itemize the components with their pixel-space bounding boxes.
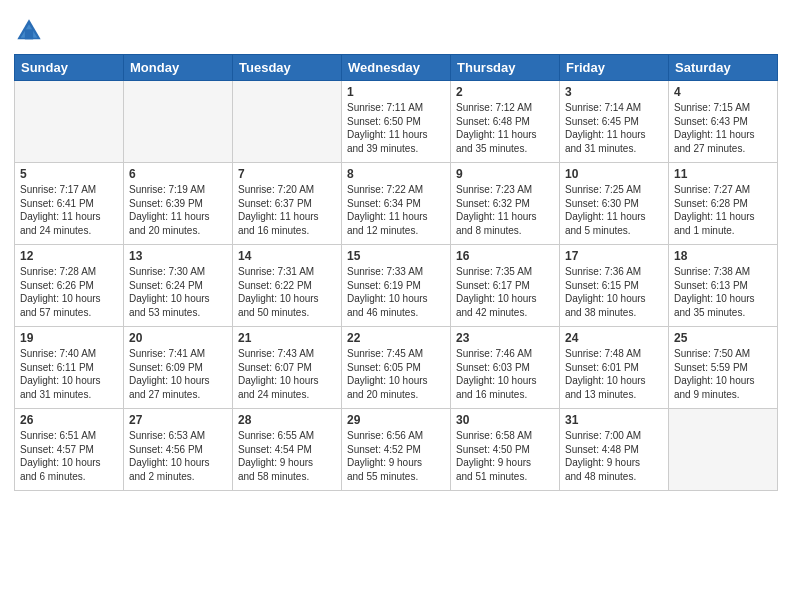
day-number: 12 [20,249,118,263]
weekday-header-sunday: Sunday [15,55,124,81]
calendar-cell: 13Sunrise: 7:30 AM Sunset: 6:24 PM Dayli… [124,245,233,327]
calendar-cell: 20Sunrise: 7:41 AM Sunset: 6:09 PM Dayli… [124,327,233,409]
calendar-cell [233,81,342,163]
calendar-cell: 22Sunrise: 7:45 AM Sunset: 6:05 PM Dayli… [342,327,451,409]
week-row-2: 5Sunrise: 7:17 AM Sunset: 6:41 PM Daylig… [15,163,778,245]
calendar-cell [124,81,233,163]
day-info: Sunrise: 7:46 AM Sunset: 6:03 PM Dayligh… [456,347,554,401]
calendar-cell: 3Sunrise: 7:14 AM Sunset: 6:45 PM Daylig… [560,81,669,163]
calendar-cell: 4Sunrise: 7:15 AM Sunset: 6:43 PM Daylig… [669,81,778,163]
weekday-header-row: SundayMondayTuesdayWednesdayThursdayFrid… [15,55,778,81]
day-info: Sunrise: 6:56 AM Sunset: 4:52 PM Dayligh… [347,429,445,483]
day-number: 23 [456,331,554,345]
week-row-4: 19Sunrise: 7:40 AM Sunset: 6:11 PM Dayli… [15,327,778,409]
day-number: 28 [238,413,336,427]
day-number: 27 [129,413,227,427]
day-number: 11 [674,167,772,181]
calendar-cell: 7Sunrise: 7:20 AM Sunset: 6:37 PM Daylig… [233,163,342,245]
calendar-cell: 19Sunrise: 7:40 AM Sunset: 6:11 PM Dayli… [15,327,124,409]
calendar-cell: 16Sunrise: 7:35 AM Sunset: 6:17 PM Dayli… [451,245,560,327]
day-number: 16 [456,249,554,263]
day-number: 26 [20,413,118,427]
day-number: 20 [129,331,227,345]
week-row-5: 26Sunrise: 6:51 AM Sunset: 4:57 PM Dayli… [15,409,778,491]
calendar-cell: 14Sunrise: 7:31 AM Sunset: 6:22 PM Dayli… [233,245,342,327]
weekday-header-saturday: Saturday [669,55,778,81]
logo-icon [14,16,44,46]
day-number: 13 [129,249,227,263]
day-number: 10 [565,167,663,181]
calendar-cell: 21Sunrise: 7:43 AM Sunset: 6:07 PM Dayli… [233,327,342,409]
day-number: 31 [565,413,663,427]
calendar-cell: 10Sunrise: 7:25 AM Sunset: 6:30 PM Dayli… [560,163,669,245]
day-info: Sunrise: 6:55 AM Sunset: 4:54 PM Dayligh… [238,429,336,483]
day-info: Sunrise: 7:35 AM Sunset: 6:17 PM Dayligh… [456,265,554,319]
day-info: Sunrise: 7:30 AM Sunset: 6:24 PM Dayligh… [129,265,227,319]
day-info: Sunrise: 7:36 AM Sunset: 6:15 PM Dayligh… [565,265,663,319]
calendar: SundayMondayTuesdayWednesdayThursdayFrid… [14,54,778,491]
day-number: 4 [674,85,772,99]
calendar-cell: 15Sunrise: 7:33 AM Sunset: 6:19 PM Dayli… [342,245,451,327]
calendar-cell: 28Sunrise: 6:55 AM Sunset: 4:54 PM Dayli… [233,409,342,491]
page: SundayMondayTuesdayWednesdayThursdayFrid… [0,0,792,612]
day-number: 30 [456,413,554,427]
calendar-cell: 6Sunrise: 7:19 AM Sunset: 6:39 PM Daylig… [124,163,233,245]
day-info: Sunrise: 7:12 AM Sunset: 6:48 PM Dayligh… [456,101,554,155]
calendar-cell: 23Sunrise: 7:46 AM Sunset: 6:03 PM Dayli… [451,327,560,409]
day-number: 8 [347,167,445,181]
calendar-cell: 25Sunrise: 7:50 AM Sunset: 5:59 PM Dayli… [669,327,778,409]
weekday-header-thursday: Thursday [451,55,560,81]
day-info: Sunrise: 7:31 AM Sunset: 6:22 PM Dayligh… [238,265,336,319]
calendar-cell: 11Sunrise: 7:27 AM Sunset: 6:28 PM Dayli… [669,163,778,245]
day-number: 19 [20,331,118,345]
day-number: 22 [347,331,445,345]
calendar-cell: 30Sunrise: 6:58 AM Sunset: 4:50 PM Dayli… [451,409,560,491]
day-number: 24 [565,331,663,345]
day-number: 14 [238,249,336,263]
day-info: Sunrise: 7:11 AM Sunset: 6:50 PM Dayligh… [347,101,445,155]
day-info: Sunrise: 7:28 AM Sunset: 6:26 PM Dayligh… [20,265,118,319]
day-info: Sunrise: 7:48 AM Sunset: 6:01 PM Dayligh… [565,347,663,401]
day-number: 15 [347,249,445,263]
day-info: Sunrise: 6:51 AM Sunset: 4:57 PM Dayligh… [20,429,118,483]
weekday-header-friday: Friday [560,55,669,81]
day-info: Sunrise: 7:19 AM Sunset: 6:39 PM Dayligh… [129,183,227,237]
day-info: Sunrise: 7:33 AM Sunset: 6:19 PM Dayligh… [347,265,445,319]
day-info: Sunrise: 7:17 AM Sunset: 6:41 PM Dayligh… [20,183,118,237]
day-info: Sunrise: 7:23 AM Sunset: 6:32 PM Dayligh… [456,183,554,237]
calendar-cell: 17Sunrise: 7:36 AM Sunset: 6:15 PM Dayli… [560,245,669,327]
day-info: Sunrise: 7:20 AM Sunset: 6:37 PM Dayligh… [238,183,336,237]
day-info: Sunrise: 7:45 AM Sunset: 6:05 PM Dayligh… [347,347,445,401]
day-info: Sunrise: 7:50 AM Sunset: 5:59 PM Dayligh… [674,347,772,401]
day-number: 1 [347,85,445,99]
day-number: 25 [674,331,772,345]
header [14,10,778,46]
weekday-header-monday: Monday [124,55,233,81]
day-info: Sunrise: 6:58 AM Sunset: 4:50 PM Dayligh… [456,429,554,483]
day-number: 7 [238,167,336,181]
calendar-cell: 27Sunrise: 6:53 AM Sunset: 4:56 PM Dayli… [124,409,233,491]
calendar-cell: 31Sunrise: 7:00 AM Sunset: 4:48 PM Dayli… [560,409,669,491]
calendar-cell: 1Sunrise: 7:11 AM Sunset: 6:50 PM Daylig… [342,81,451,163]
day-number: 17 [565,249,663,263]
calendar-cell: 9Sunrise: 7:23 AM Sunset: 6:32 PM Daylig… [451,163,560,245]
week-row-1: 1Sunrise: 7:11 AM Sunset: 6:50 PM Daylig… [15,81,778,163]
day-info: Sunrise: 7:00 AM Sunset: 4:48 PM Dayligh… [565,429,663,483]
day-number: 21 [238,331,336,345]
calendar-cell [15,81,124,163]
calendar-cell: 18Sunrise: 7:38 AM Sunset: 6:13 PM Dayli… [669,245,778,327]
day-number: 18 [674,249,772,263]
day-info: Sunrise: 7:22 AM Sunset: 6:34 PM Dayligh… [347,183,445,237]
day-number: 9 [456,167,554,181]
day-number: 3 [565,85,663,99]
day-number: 2 [456,85,554,99]
day-info: Sunrise: 7:41 AM Sunset: 6:09 PM Dayligh… [129,347,227,401]
day-info: Sunrise: 7:40 AM Sunset: 6:11 PM Dayligh… [20,347,118,401]
svg-rect-2 [25,29,33,39]
week-row-3: 12Sunrise: 7:28 AM Sunset: 6:26 PM Dayli… [15,245,778,327]
calendar-cell: 8Sunrise: 7:22 AM Sunset: 6:34 PM Daylig… [342,163,451,245]
day-info: Sunrise: 7:25 AM Sunset: 6:30 PM Dayligh… [565,183,663,237]
day-info: Sunrise: 7:27 AM Sunset: 6:28 PM Dayligh… [674,183,772,237]
calendar-cell: 29Sunrise: 6:56 AM Sunset: 4:52 PM Dayli… [342,409,451,491]
logo [14,16,48,46]
